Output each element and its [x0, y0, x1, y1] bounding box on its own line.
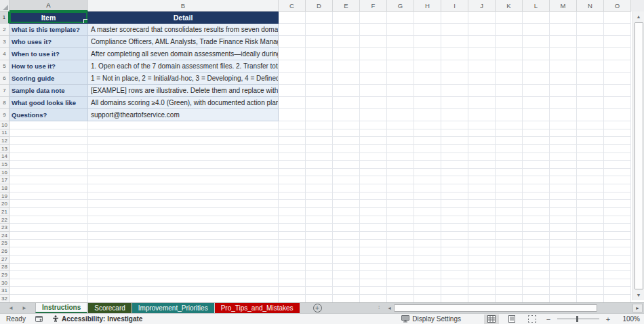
cell-C14[interactable]: [279, 153, 306, 161]
cell-H29[interactable]: [414, 271, 441, 279]
scroll-down-icon[interactable]: ▼: [633, 290, 644, 300]
col-header-J[interactable]: J: [468, 0, 496, 12]
cell-A6[interactable]: Scoring guide: [9, 73, 88, 85]
cell-N25[interactable]: [577, 240, 604, 248]
cell-L24[interactable]: [523, 232, 550, 240]
cell-N17[interactable]: [577, 176, 604, 184]
cell-M1[interactable]: [550, 12, 577, 24]
cell-E11[interactable]: [333, 129, 360, 138]
cell-H14[interactable]: [414, 153, 441, 161]
cell-H23[interactable]: [414, 224, 441, 232]
cell-N32[interactable]: [577, 295, 604, 302]
cell-E18[interactable]: [333, 184, 360, 193]
cell-B26[interactable]: [88, 247, 279, 256]
cell-J19[interactable]: [468, 193, 496, 201]
cell-I15[interactable]: [441, 161, 468, 169]
cell-E12[interactable]: [333, 137, 360, 145]
cell-L32[interactable]: [523, 295, 550, 302]
cell-M15[interactable]: [550, 161, 577, 169]
cell-D19[interactable]: [306, 193, 333, 201]
cell-N24[interactable]: [577, 232, 604, 240]
cell-E5[interactable]: [333, 60, 360, 73]
cell-B13[interactable]: [88, 145, 279, 153]
scroll-up-icon[interactable]: ▲: [633, 12, 644, 22]
cell-H22[interactable]: [414, 216, 441, 224]
cell-O23[interactable]: [604, 224, 631, 232]
cell-H24[interactable]: [414, 232, 441, 240]
cell-I21[interactable]: [441, 208, 468, 216]
cell-A23[interactable]: [9, 224, 88, 232]
cell-D17[interactable]: [306, 176, 333, 184]
cell-J24[interactable]: [468, 232, 496, 240]
cell-L31[interactable]: [523, 287, 550, 295]
cell-J31[interactable]: [468, 287, 496, 295]
cell-K30[interactable]: [496, 279, 523, 287]
row-header-8[interactable]: 8: [0, 97, 9, 109]
col-header-O[interactable]: O: [604, 0, 631, 12]
cell-A28[interactable]: [9, 264, 88, 272]
cell-B21[interactable]: [88, 208, 279, 216]
cell-J28[interactable]: [468, 264, 496, 272]
normal-view-button[interactable]: [484, 315, 499, 324]
cell-G24[interactable]: [387, 232, 414, 240]
cell-F19[interactable]: [360, 193, 387, 201]
cell-L26[interactable]: [523, 247, 550, 256]
cell-C29[interactable]: [279, 271, 306, 279]
cell-A16[interactable]: [9, 169, 88, 177]
cell-L11[interactable]: [523, 129, 550, 138]
cell-I11[interactable]: [441, 129, 468, 138]
cell-K17[interactable]: [496, 176, 523, 184]
cell-I7[interactable]: [441, 85, 468, 97]
cell-G8[interactable]: [387, 97, 414, 109]
cell-M17[interactable]: [550, 176, 577, 184]
cell-D16[interactable]: [306, 169, 333, 177]
row-header-14[interactable]: 14: [0, 153, 9, 161]
cell-M22[interactable]: [550, 216, 577, 224]
cell-C24[interactable]: [279, 232, 306, 240]
cell-M14[interactable]: [550, 153, 577, 161]
cell-G4[interactable]: [387, 48, 414, 60]
row-header-29[interactable]: 29: [0, 271, 9, 279]
cell-M8[interactable]: [550, 97, 577, 109]
cell-G6[interactable]: [387, 73, 414, 85]
cell-E7[interactable]: [333, 85, 360, 97]
cell-N19[interactable]: [577, 193, 604, 201]
cell-F20[interactable]: [360, 200, 387, 208]
accessibility-status[interactable]: Accessibility: Investigate: [52, 315, 143, 323]
cell-D6[interactable]: [306, 73, 333, 85]
cell-A4[interactable]: When to use it?: [9, 48, 88, 60]
cell-J25[interactable]: [468, 240, 496, 248]
cell-F31[interactable]: [360, 287, 387, 295]
cell-G9[interactable]: [387, 109, 414, 121]
cell-F22[interactable]: [360, 216, 387, 224]
row-header-25[interactable]: 25: [0, 240, 9, 248]
cell-G7[interactable]: [387, 85, 414, 97]
cell-D28[interactable]: [306, 264, 333, 272]
cell-C19[interactable]: [279, 193, 306, 201]
cell-O20[interactable]: [604, 200, 631, 208]
cell-E3[interactable]: [333, 36, 360, 48]
cell-C13[interactable]: [279, 145, 306, 153]
cell-I30[interactable]: [441, 279, 468, 287]
cell-B14[interactable]: [88, 153, 279, 161]
cell-D20[interactable]: [306, 200, 333, 208]
cell-E4[interactable]: [333, 48, 360, 60]
cell-D4[interactable]: [306, 48, 333, 60]
cell-B7[interactable]: [EXAMPLE] rows are illustrative. Delete …: [88, 85, 279, 97]
cell-I1[interactable]: [441, 12, 468, 24]
cell-H12[interactable]: [414, 137, 441, 145]
horizontal-scrollbar[interactable]: ◄: [385, 303, 630, 312]
cell-L23[interactable]: [523, 224, 550, 232]
cell-M32[interactable]: [550, 295, 577, 302]
cell-H17[interactable]: [414, 176, 441, 184]
cell-J1[interactable]: [468, 12, 496, 24]
cell-J18[interactable]: [468, 184, 496, 193]
cell-G13[interactable]: [387, 145, 414, 153]
cell-O24[interactable]: [604, 232, 631, 240]
cell-D22[interactable]: [306, 216, 333, 224]
cell-B5[interactable]: 1. Open each of the 7 domain assessment …: [88, 60, 279, 73]
cell-M12[interactable]: [550, 137, 577, 145]
cell-E25[interactable]: [333, 240, 360, 248]
col-header-E[interactable]: E: [333, 0, 360, 12]
cell-H21[interactable]: [414, 208, 441, 216]
